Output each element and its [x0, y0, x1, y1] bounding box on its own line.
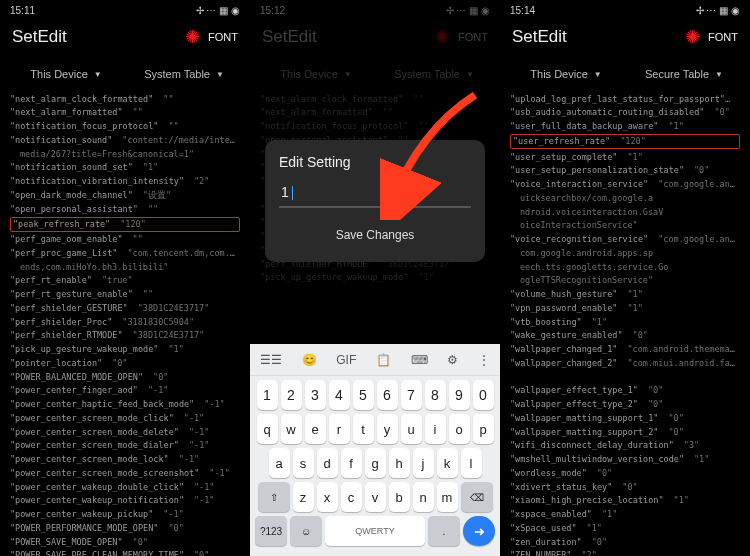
- setting-row[interactable]: "wallpaper_changed_2""com.miui.android.f…: [510, 356, 740, 370]
- kb-tool-icon[interactable]: ☰☰: [260, 353, 282, 367]
- selector-table[interactable]: System Table▼: [130, 64, 238, 84]
- setting-row[interactable]: "perf_game_oom_enable""": [10, 233, 240, 247]
- key-shift[interactable]: ⇧: [258, 482, 290, 512]
- key[interactable]: u: [401, 414, 422, 444]
- kb-tool-icon[interactable]: 📋: [376, 353, 391, 367]
- setting-row[interactable]: "power_center_screen_mode_screenshot""-1…: [10, 466, 240, 480]
- setting-row[interactable]: ends,com.miHoYo.bh3.bilibili": [10, 260, 240, 274]
- setting-row[interactable]: uicksearchbox/com.google.a: [510, 191, 740, 205]
- setting-row[interactable]: "user_full_data_backup_aware""1": [510, 120, 740, 134]
- kb-tool-icon[interactable]: ⌨: [411, 353, 428, 367]
- setting-row[interactable]: "volume_hush_gesture""1": [510, 288, 740, 302]
- setting-row[interactable]: media/267?title=Fresh&canonical=1": [10, 147, 240, 161]
- settings-list[interactable]: "upload_log_pref_last_status_for_passpor…: [500, 92, 750, 556]
- setting-row[interactable]: "open_dark_mode_channel""设置": [10, 188, 240, 202]
- setting-row[interactable]: "POWER_BALANCED_MODE_OPEN""0": [10, 370, 240, 384]
- setting-row[interactable]: "voice_recognition_service""com.google.a…: [510, 233, 740, 247]
- setting-row[interactable]: "wallpaper_matting_support_1""0": [510, 411, 740, 425]
- setting-row[interactable]: "wallpaper_effect_type_2""0": [510, 398, 740, 412]
- settings-list[interactable]: "next_alarm_clock_formatted""""next_alar…: [0, 92, 250, 556]
- setting-row[interactable]: "xdivert_status_key""0": [510, 480, 740, 494]
- setting-row[interactable]: "next_alarm_formatted""": [10, 106, 240, 120]
- setting-row[interactable]: "vtb_boosting""1": [510, 315, 740, 329]
- setting-row[interactable]: "power_center_wakeup_pickup""-1": [10, 508, 240, 522]
- setting-row[interactable]: "peak_refresh_rate""120": [10, 217, 240, 232]
- setting-row[interactable]: "perf_rt_enable""true": [10, 274, 240, 288]
- setting-value-input[interactable]: 1: [279, 180, 471, 208]
- key-enter[interactable]: ➜: [463, 516, 495, 546]
- setting-row[interactable]: "upload_log_pref_last_status_for_passpor…: [510, 92, 740, 106]
- setting-row[interactable]: "pointer_location""0": [10, 356, 240, 370]
- setting-row[interactable]: "power_center_screen_mode_dialer""-1": [10, 439, 240, 453]
- key[interactable]: j: [413, 448, 434, 478]
- setting-row[interactable]: "perf_shielder_Proc""3181830C5904": [10, 315, 240, 329]
- kb-tool-icon[interactable]: ⚙: [447, 353, 458, 367]
- setting-row[interactable]: "power_center_screen_mode_lock""-1": [10, 453, 240, 467]
- setting-row[interactable]: "xspace_enabled""1": [510, 508, 740, 522]
- setting-row[interactable]: "perf_proc_game_List""com.tencent.dm,com…: [10, 246, 240, 260]
- key[interactable]: m: [437, 482, 458, 512]
- setting-row[interactable]: "POWER_PERFORMANCE_MODE_OPEN""0": [10, 521, 240, 535]
- kb-tool-icon[interactable]: ⋮: [478, 353, 490, 367]
- key[interactable]: 4: [329, 380, 350, 410]
- setting-row[interactable]: "ZEN_NUMBER""2": [510, 549, 740, 556]
- key[interactable]: y: [377, 414, 398, 444]
- setting-row[interactable]: "xiaomi_high_precise_location""1": [510, 494, 740, 508]
- key[interactable]: z: [293, 482, 314, 512]
- gear-icon[interactable]: ✺: [685, 26, 700, 48]
- setting-row[interactable]: "notification_sound""content://media/int…: [10, 133, 240, 147]
- setting-row[interactable]: "POWER_SAVE_PRE_CLEAN_MEMORY_TIME""0": [10, 549, 240, 556]
- setting-row[interactable]: "usb_audio_automatic_routing_disabled""0…: [510, 106, 740, 120]
- setting-row[interactable]: "user_refresh_rate""120": [510, 134, 740, 149]
- key[interactable]: o: [449, 414, 470, 444]
- selector-table[interactable]: Secure Table▼: [630, 64, 738, 84]
- setting-row[interactable]: "next_alarm_clock_formatted""": [10, 92, 240, 106]
- setting-row[interactable]: ogleTTSRecognitionService": [510, 274, 740, 288]
- gear-icon[interactable]: ✺: [185, 26, 200, 48]
- key[interactable]: 8: [425, 380, 446, 410]
- key[interactable]: 2: [281, 380, 302, 410]
- font-button[interactable]: FONT: [708, 31, 738, 43]
- setting-row[interactable]: "pick_up_gesture_wakeup_mode""1": [10, 343, 240, 357]
- setting-row[interactable]: "user_setup_personalization_state""0": [510, 164, 740, 178]
- setting-row[interactable]: "open_personal_assistant""": [10, 202, 240, 216]
- setting-row[interactable]: "vpn_password_enable""1": [510, 301, 740, 315]
- setting-row[interactable]: "power_center_wakeup_notification""-1": [10, 494, 240, 508]
- key[interactable]: 7: [401, 380, 422, 410]
- setting-row[interactable]: "power_center_screen_mode_click""-1": [10, 411, 240, 425]
- setting-row[interactable]: "wordless_mode""0": [510, 466, 740, 480]
- key[interactable]: c: [341, 482, 362, 512]
- key[interactable]: b: [389, 482, 410, 512]
- key[interactable]: i: [425, 414, 446, 444]
- setting-row[interactable]: "perf_rt_gesture_enable""": [10, 288, 240, 302]
- setting-row[interactable]: "perf_shielder_GESTURE""38D1C24E3717": [10, 301, 240, 315]
- key[interactable]: 3: [305, 380, 326, 410]
- key[interactable]: 5: [353, 380, 374, 410]
- save-changes-button[interactable]: Save Changes: [279, 222, 471, 248]
- setting-row[interactable]: "POWER_SAVE_MODE_OPEN""0": [10, 535, 240, 549]
- setting-row[interactable]: "wake_gesture_enabled""0": [510, 329, 740, 343]
- setting-row[interactable]: "voice_interaction_service""com.google.a…: [510, 178, 740, 192]
- setting-row[interactable]: oiceInteractionService": [510, 219, 740, 233]
- key-backspace[interactable]: ⌫: [461, 482, 493, 512]
- key[interactable]: v: [365, 482, 386, 512]
- setting-row[interactable]: "notification_sound_set""1": [10, 161, 240, 175]
- setting-row[interactable]: [510, 370, 740, 384]
- keyboard-toolbar[interactable]: ☰☰😊GIF📋⌨⚙⋮: [250, 344, 500, 376]
- key[interactable]: a: [269, 448, 290, 478]
- setting-row[interactable]: "power_center_screen_mode_delete""-1": [10, 425, 240, 439]
- setting-row[interactable]: eech.tts.googletts.service.Go: [510, 260, 740, 274]
- key-space[interactable]: QWERTY: [325, 516, 425, 546]
- setting-row[interactable]: "user_setup_complete""1": [510, 150, 740, 164]
- selector-device[interactable]: This Device▼: [512, 64, 620, 84]
- key[interactable]: p: [473, 414, 494, 444]
- key[interactable]: f: [341, 448, 362, 478]
- key[interactable]: w: [281, 414, 302, 444]
- key[interactable]: e: [305, 414, 326, 444]
- setting-row[interactable]: "power_center_haptic_feed_back_mode""-1": [10, 398, 240, 412]
- key[interactable]: q: [257, 414, 278, 444]
- key[interactable]: g: [365, 448, 386, 478]
- key[interactable]: t: [353, 414, 374, 444]
- setting-row[interactable]: "notification_focus_protocol""": [10, 120, 240, 134]
- kb-tool-icon[interactable]: GIF: [336, 353, 356, 367]
